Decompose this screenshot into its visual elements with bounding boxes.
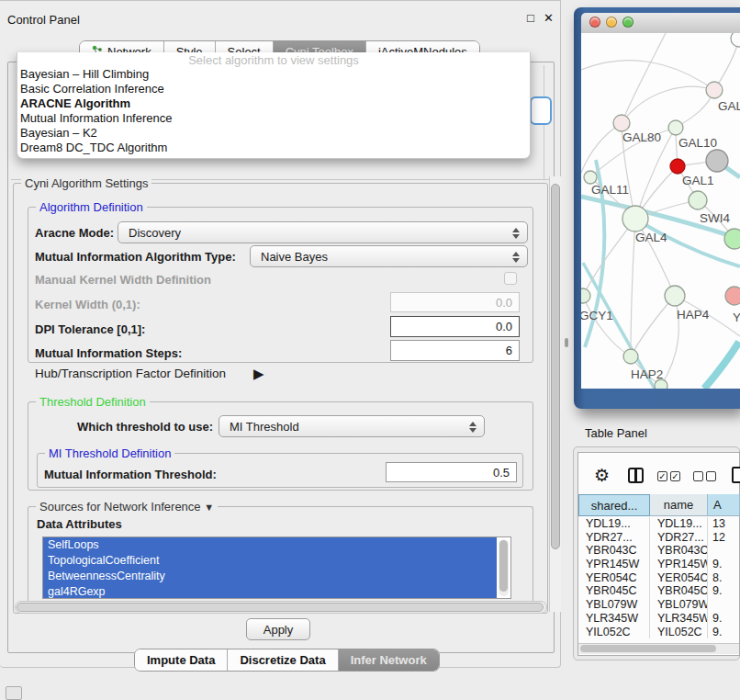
- list-item[interactable]: SelfLoops: [43, 537, 497, 553]
- algorithm-combobox-fragment[interactable]: [530, 96, 552, 125]
- apply-button[interactable]: Apply: [246, 618, 310, 640]
- table-row[interactable]: YDL19...YDL19...13: [578, 517, 740, 531]
- table-row[interactable]: YIL052CYIL052C9.: [578, 626, 740, 639]
- cell: 12: [708, 531, 740, 545]
- mi-type-combobox[interactable]: Naive Bayes: [250, 245, 528, 267]
- mi-type-value: Naive Bayes: [261, 250, 328, 264]
- dpi-tolerance-label: DPI Tolerance [0,1]:: [35, 322, 145, 336]
- network-window-titlebar[interactable]: [581, 13, 740, 34]
- node-label: HAP4: [677, 308, 709, 322]
- deselect-all-checkbox-icon[interactable]: [706, 471, 716, 481]
- node-gal11[interactable]: [584, 171, 597, 184]
- dropdown-prompt[interactable]: Select algorithm to view settings: [17, 52, 530, 67]
- tab-discretize-data[interactable]: Discretize Data: [227, 649, 337, 671]
- node-label: Y: [733, 310, 740, 324]
- which-threshold-combobox[interactable]: MI Threshold: [219, 415, 485, 437]
- cell: 13: [708, 517, 740, 531]
- node-y[interactable]: [725, 287, 740, 305]
- column-header-name[interactable]: name: [650, 494, 708, 516]
- node-gal10[interactable]: [668, 120, 683, 135]
- close-traffic-light-icon[interactable]: [589, 17, 600, 28]
- table-horizontal-scrollbar-thumb[interactable]: [580, 645, 716, 652]
- node[interactable]: [731, 33, 740, 47]
- dpi-tolerance-field[interactable]: 0.0: [390, 316, 520, 337]
- close-window-icon[interactable]: ✕: [544, 11, 554, 25]
- expand-arrow-icon[interactable]: ▶: [253, 366, 264, 382]
- dropdown-item[interactable]: Mutual Information Inference: [17, 111, 530, 126]
- aracne-mode-combobox[interactable]: Discovery: [118, 221, 528, 243]
- settings-horizontal-scrollbar-thumb[interactable]: [17, 603, 544, 612]
- node-hap4[interactable]: [665, 286, 685, 306]
- data-attributes-list[interactable]: SelfLoops TopologicalCoefficient Between…: [42, 536, 511, 599]
- data-attributes-label: Data Attributes: [37, 517, 122, 531]
- minimize-traffic-light-icon[interactable]: [606, 17, 617, 28]
- cell: YBR043C: [650, 544, 708, 558]
- float-window-icon[interactable]: □: [527, 11, 534, 25]
- list-item[interactable]: BetweennessCentrality: [43, 569, 497, 584]
- node-gal[interactable]: [706, 82, 723, 98]
- node-hap2[interactable]: [623, 349, 638, 364]
- tab-infer-network[interactable]: Infer Network: [338, 649, 439, 671]
- split-pane-handle[interactable]: [565, 338, 568, 347]
- table-row[interactable]: YBR043CYBR043C: [578, 544, 740, 558]
- node-gal1[interactable]: [689, 191, 707, 209]
- dropdown-item[interactable]: Bayesian – Hill Climbing: [17, 67, 530, 82]
- cell: YBR043C: [578, 544, 650, 558]
- table-row[interactable]: YER054CYER054C8.: [578, 571, 740, 585]
- document-icon[interactable]: [732, 467, 740, 483]
- list-item[interactable]: gal4RGexp: [43, 584, 497, 599]
- kernel-width-label: Kernel Width (0,1):: [35, 298, 140, 311]
- node-label: GAL11: [591, 183, 629, 197]
- settings-vertical-scrollbar-thumb[interactable]: [551, 184, 560, 549]
- column-view-icon[interactable]: [628, 468, 644, 483]
- algorithm-dropdown-popup: Select algorithm to view settings Bayesi…: [17, 52, 531, 159]
- spinner-arrows-icon: [512, 227, 520, 240]
- deselect-all-checkbox-icon[interactable]: [693, 471, 703, 481]
- cell: YLR345W: [578, 612, 650, 626]
- table-row[interactable]: YDR27...YDR27...12: [578, 531, 740, 545]
- spinner-arrows-icon: [512, 251, 520, 264]
- aracne-mode-label: Aracne Mode:: [35, 226, 114, 240]
- select-all-checkbox-icon[interactable]: ✓: [670, 471, 680, 481]
- column-header-shared-name[interactable]: shared...: [578, 494, 650, 516]
- dropdown-item[interactable]: Basic Correlation Inference: [17, 82, 530, 96]
- table-row[interactable]: YBL079WYBL079W: [578, 598, 740, 612]
- dropdown-item-selected[interactable]: ARACNE Algorithm: [17, 96, 530, 111]
- cell: YPR145W: [578, 558, 650, 571]
- node-gal80[interactable]: [613, 115, 630, 131]
- collapse-arrow-icon[interactable]: ▼: [204, 502, 214, 513]
- cell: YPR145W: [650, 558, 708, 571]
- node-gray[interactable]: [706, 150, 728, 172]
- network-canvas[interactable]: GAL GAL80 GAL10 GAL11 GAL1 SWI4 GAL4 GCY…: [581, 33, 740, 389]
- tab-impute-data[interactable]: Impute Data: [135, 649, 227, 671]
- manual-kernel-checkbox: [504, 272, 517, 285]
- mi-threshold-field[interactable]: 0.5: [386, 462, 517, 482]
- node-label: GAL80: [622, 130, 661, 144]
- node-gcy1[interactable]: [581, 288, 590, 303]
- select-all-checkbox-icon[interactable]: ✓: [657, 471, 667, 481]
- node-swi4[interactable]: [724, 229, 740, 249]
- table-row[interactable]: YBR045CYBR045C9.: [578, 584, 740, 598]
- cell: YER054C: [578, 571, 650, 585]
- list-item[interactable]: TopologicalCoefficient: [43, 553, 497, 569]
- kernel-width-field: 0.0: [390, 292, 520, 312]
- table-row[interactable]: YLR345WYLR345W9.: [578, 612, 740, 626]
- cell: YIL052C: [650, 626, 708, 639]
- dropdown-item[interactable]: Dream8 DC_TDC Algorithm: [17, 141, 530, 155]
- cell: 9.: [708, 558, 740, 571]
- gear-icon[interactable]: ⚙: [594, 465, 610, 485]
- threshold-definition-title: Threshold Definition: [36, 395, 150, 409]
- column-header-partial[interactable]: A: [708, 494, 740, 516]
- table-row[interactable]: YPR145WYPR145W9.: [578, 558, 740, 571]
- mi-type-label: Mutual Information Algorithm Type:: [35, 250, 236, 264]
- node-label: GAL: [718, 99, 740, 113]
- node-red-selected[interactable]: [670, 159, 685, 174]
- sources-title-text: Sources for Network Inference: [39, 500, 201, 514]
- dropdown-item[interactable]: Bayesian – K2: [17, 126, 530, 141]
- collapsed-panel-icon[interactable]: [6, 686, 22, 700]
- list-scrollbar[interactable]: [499, 539, 509, 596]
- zoom-traffic-light-icon[interactable]: [622, 17, 633, 28]
- node-gal4[interactable]: [622, 206, 648, 231]
- mi-steps-field[interactable]: 6: [390, 340, 520, 361]
- cell: [708, 598, 740, 612]
